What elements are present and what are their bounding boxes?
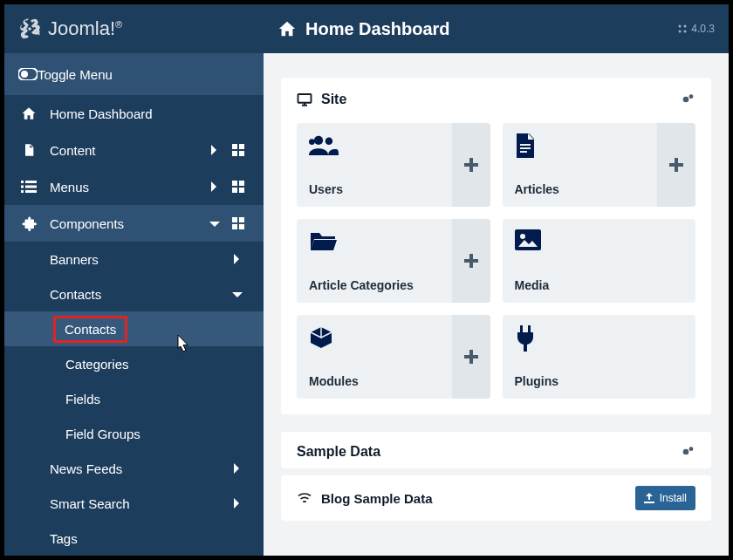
sidebar-item-components[interactable]: Components: [4, 205, 264, 242]
sidebar-label-home: Home Dashboard: [50, 106, 250, 121]
chevron-right-icon: [232, 463, 250, 474]
chevron-down-icon: [209, 220, 227, 227]
sidebar-sub-label: Banners: [50, 252, 232, 267]
sidebar-sub2-label: Field Groups: [65, 427, 140, 441]
gear-icon[interactable]: [680, 445, 695, 459]
version-badge[interactable]: 4.0.3: [677, 23, 715, 35]
svg-rect-11: [25, 190, 37, 193]
svg-rect-10: [21, 190, 24, 193]
card-media[interactable]: Media: [503, 219, 696, 303]
svg-point-28: [325, 138, 333, 146]
svg-point-40: [520, 234, 525, 239]
blog-sample-label: Blog Sample Data: [321, 491, 635, 506]
card-label: Modules: [309, 374, 440, 388]
sidebar-sub2-categories[interactable]: Categories: [4, 346, 264, 381]
card-articles[interactable]: Articles: [503, 123, 696, 207]
card-label: Users: [309, 182, 440, 196]
joomla-logo-icon: [18, 17, 41, 40]
add-button[interactable]: [452, 315, 490, 399]
grid-icon[interactable]: [232, 217, 250, 229]
sidebar-sub-news-feeds[interactable]: News Feeds: [4, 451, 264, 486]
sidebar-sub-label: Contacts: [50, 287, 232, 302]
card-plugins[interactable]: Plugins: [503, 315, 696, 399]
cube-icon: [309, 325, 440, 350]
card-label: Article Categories: [309, 278, 440, 292]
toggle-icon: [18, 68, 38, 80]
sidebar-item-home[interactable]: Home Dashboard: [4, 95, 264, 132]
svg-rect-8: [21, 186, 24, 188]
sidebar-item-content[interactable]: Content: [4, 132, 264, 168]
sidebar-sub-contacts[interactable]: Contacts: [4, 277, 264, 311]
wifi-icon: [297, 492, 312, 504]
gear-icon[interactable]: [680, 92, 695, 106]
chevron-down-icon: [232, 290, 250, 297]
sidebar-item-menus[interactable]: Menus: [4, 168, 264, 205]
highlight-box: Contacts: [53, 316, 127, 343]
brand[interactable]: Joomla!®: [4, 4, 264, 53]
svg-rect-19: [239, 224, 244, 229]
svg-rect-16: [232, 217, 237, 222]
site-panel: Site Users Articles: [281, 78, 711, 414]
sidebar-sub2-field-groups[interactable]: Field Groups: [4, 416, 264, 451]
version-text: 4.0.3: [691, 23, 715, 35]
sidebar-sub2-label: Categories: [65, 357, 129, 372]
card-users[interactable]: Users: [297, 123, 490, 207]
toggle-label: Toggle Menu: [38, 67, 113, 82]
sidebar-sub-label: Smart Search: [50, 496, 232, 511]
svg-rect-18: [232, 224, 237, 229]
image-icon: [515, 229, 684, 250]
add-button[interactable]: [452, 219, 490, 303]
add-button[interactable]: [657, 123, 695, 207]
sidebar-label-components: Components: [50, 216, 209, 231]
file-text-icon: [515, 133, 646, 158]
svg-point-25: [683, 97, 689, 103]
svg-point-29: [309, 139, 315, 145]
sidebar-sub-smart-search[interactable]: Smart Search: [4, 486, 264, 521]
sidebar-sub-tags[interactable]: Tags: [4, 521, 264, 556]
topbar: Home Dashboard 4.0.3: [264, 4, 729, 53]
svg-rect-43: [520, 325, 523, 332]
sidebar-sub2-contacts[interactable]: Contacts: [4, 311, 264, 346]
chevron-right-icon: [232, 498, 250, 509]
svg-rect-44: [528, 325, 531, 332]
brand-text: Joomla!®: [48, 17, 122, 40]
card-modules[interactable]: Modules: [297, 315, 490, 399]
svg-rect-38: [464, 259, 478, 263]
svg-rect-24: [298, 94, 312, 103]
svg-point-26: [689, 94, 694, 99]
card-article-categories[interactable]: Article Categories: [297, 219, 490, 303]
grid-icon[interactable]: [232, 181, 250, 193]
svg-rect-17: [239, 217, 244, 222]
folder-open-icon: [309, 229, 440, 252]
sidebar-label-menus: Menus: [50, 180, 209, 195]
sidebar-sub2-fields[interactable]: Fields: [4, 381, 264, 416]
svg-point-22: [679, 31, 682, 33]
chevron-right-icon: [209, 181, 227, 192]
chevron-right-icon: [209, 145, 227, 155]
sidebar-sub-banners[interactable]: Banners: [4, 242, 264, 277]
svg-rect-12: [232, 181, 237, 186]
svg-rect-33: [520, 147, 531, 149]
desktop-icon: [297, 92, 312, 106]
users-icon: [309, 133, 440, 156]
card-label: Articles: [515, 182, 646, 196]
chevron-right-icon: [232, 254, 250, 264]
svg-rect-4: [232, 151, 237, 156]
add-button[interactable]: [452, 123, 490, 207]
svg-rect-9: [25, 186, 37, 188]
joomla-small-icon: [677, 24, 688, 34]
grid-icon[interactable]: [232, 144, 250, 156]
svg-rect-36: [669, 163, 683, 167]
svg-rect-5: [239, 151, 244, 156]
svg-point-1: [21, 71, 28, 78]
sidebar-sub-label: News Feeds: [50, 461, 232, 476]
install-button[interactable]: Install: [635, 486, 695, 510]
blog-sample-data-row: Blog Sample Data Install: [281, 475, 711, 521]
svg-rect-15: [239, 188, 244, 193]
toggle-menu[interactable]: Toggle Menu: [4, 53, 264, 95]
svg-rect-14: [232, 188, 237, 193]
svg-rect-31: [464, 163, 478, 167]
file-icon: [18, 142, 39, 158]
svg-point-46: [689, 447, 694, 451]
svg-rect-3: [239, 144, 244, 149]
